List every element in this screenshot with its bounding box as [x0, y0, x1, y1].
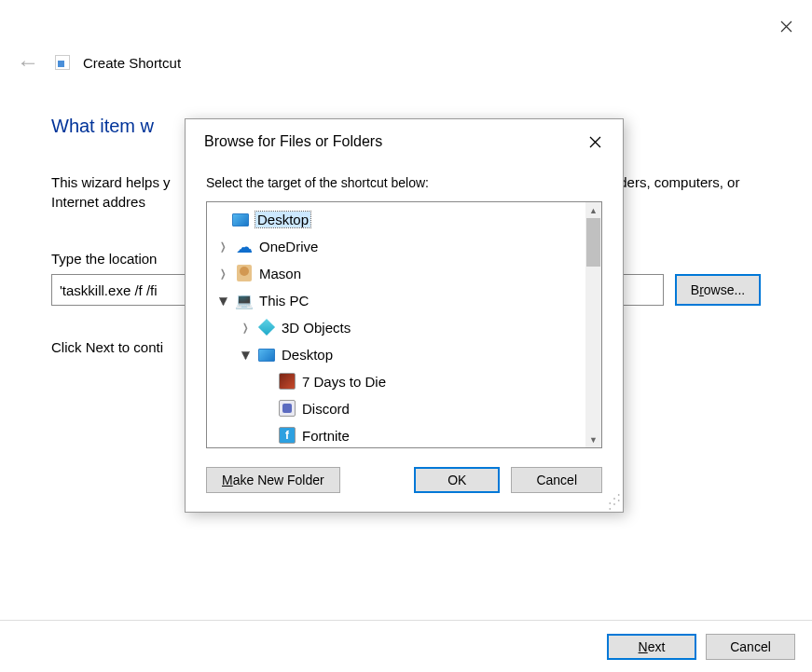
tree-item-label: 3D Objects — [282, 320, 351, 336]
chevron-down-icon[interactable]: ⯆ — [239, 350, 252, 361]
tree-item[interactable]: 7 Days to Die — [207, 368, 585, 395]
tree-item-label: Desktop — [255, 212, 310, 227]
tree-item-label: Fortnite — [302, 428, 350, 444]
chevron-right-icon[interactable]: ❯ — [218, 240, 227, 253]
chevron-right-icon[interactable]: ❯ — [218, 267, 227, 280]
scroll-thumb[interactable] — [586, 218, 600, 267]
browse-dialog: Browse for Files or Folders Select the t… — [185, 118, 624, 513]
browse-button[interactable]: Browse... — [675, 274, 761, 306]
chevron-down-icon[interactable]: ⯆ — [216, 295, 229, 307]
ok-button[interactable]: OK — [414, 467, 500, 493]
tree-item[interactable]: ⯆💻This PC — [207, 287, 585, 314]
tree-item[interactable]: ❯☁OneDrive — [207, 233, 585, 260]
tree-item[interactable]: Desktop — [207, 206, 585, 233]
desktop-icon — [257, 346, 276, 364]
tree-item[interactable]: Discord — [207, 395, 585, 422]
make-new-folder-button[interactable]: Make New Folder — [206, 467, 340, 493]
scroll-down-icon[interactable]: ▼ — [585, 432, 601, 447]
dialog-close-button[interactable] — [580, 129, 610, 155]
tree-scrollbar[interactable]: ▲ ▼ — [585, 202, 601, 447]
dialog-subtitle: Select the target of the shortcut below: — [186, 160, 623, 201]
wizard-header: ← Create Shortcut — [0, 0, 812, 88]
tree-item-label: 7 Days to Die — [302, 374, 386, 390]
cancel-button[interactable]: Cancel — [706, 634, 795, 660]
wizard-footer: Next Cancel — [0, 620, 812, 672]
onedrive-icon: ☁ — [235, 238, 254, 256]
desktop-icon — [231, 211, 250, 229]
shortcut-icon — [55, 55, 70, 70]
back-arrow-icon[interactable]: ← — [14, 51, 42, 74]
tree-item-label: OneDrive — [259, 239, 318, 254]
next-button[interactable]: Next — [607, 634, 696, 660]
tree-item[interactable]: ❯Mason — [207, 260, 585, 287]
pc-icon: 💻 — [235, 292, 254, 310]
chevron-right-icon[interactable]: ❯ — [241, 322, 250, 334]
tree-item[interactable]: ⯆Desktop — [207, 341, 585, 368]
wizard-title: Create Shortcut — [83, 55, 181, 71]
resize-grip-icon[interactable]: ⋰⋰ — [608, 497, 621, 510]
dialog-title: Browse for Files or Folders — [204, 133, 382, 150]
tree-item[interactable]: Fortnite — [207, 422, 585, 447]
scroll-up-icon[interactable]: ▲ — [585, 202, 601, 218]
7days-icon — [278, 372, 296, 392]
tree-item-label: Desktop — [282, 347, 333, 363]
wizard-close-button[interactable] — [773, 13, 799, 39]
tree-item-label: This PC — [259, 293, 309, 309]
tree-item-label: Discord — [302, 401, 350, 417]
tree-item[interactable]: ❯3D Objects — [207, 314, 585, 341]
user-icon — [235, 264, 254, 284]
folder-tree: Desktop❯☁OneDrive❯Mason⯆💻This PC❯3D Obje… — [206, 201, 602, 448]
3d-icon — [257, 318, 276, 337]
tree-item-label: Mason — [259, 266, 301, 281]
discord-icon — [278, 399, 296, 419]
fortnite-icon — [278, 426, 296, 446]
dialog-cancel-button[interactable]: Cancel — [511, 467, 602, 493]
dialog-titlebar: Browse for Files or Folders — [186, 119, 623, 160]
